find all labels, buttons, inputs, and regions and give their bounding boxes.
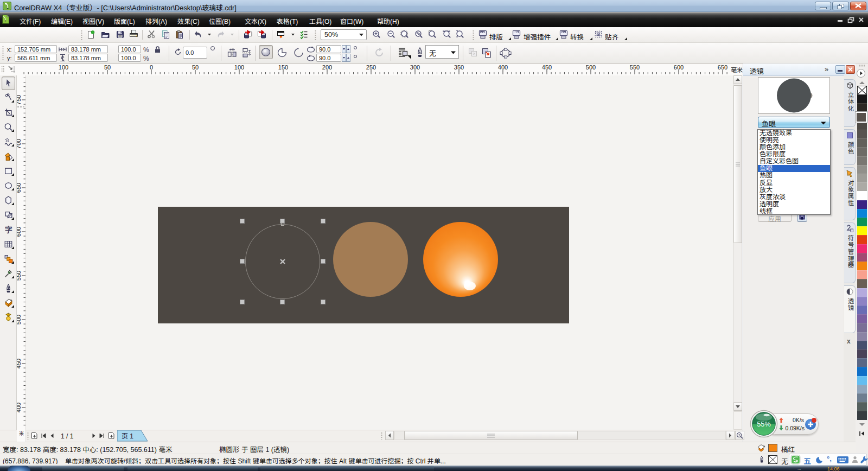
svg-text:450: 450 (542, 64, 552, 71)
svg-text:350: 350 (454, 64, 464, 71)
svg-text:0: 0 (150, 64, 153, 71)
svg-text:450: 450 (17, 359, 22, 368)
svg-text:600: 600 (674, 64, 684, 71)
svg-text:600: 600 (17, 227, 22, 237)
svg-text:400: 400 (498, 64, 508, 71)
svg-text:200: 200 (322, 64, 332, 71)
svg-text:500: 500 (17, 315, 22, 324)
svg-text:250: 250 (366, 64, 376, 71)
svg-text:字: 字 (5, 225, 12, 234)
svg-text:750: 750 (17, 95, 22, 105)
svg-text:650: 650 (17, 183, 22, 193)
svg-text:100: 100 (234, 64, 244, 71)
svg-text:150: 150 (278, 64, 288, 71)
svg-text:500: 500 (586, 64, 596, 71)
svg-text:50: 50 (104, 64, 111, 71)
svg-text:55%: 55% (757, 420, 771, 428)
svg-text:700: 700 (17, 139, 22, 149)
svg-text:300: 300 (410, 64, 420, 71)
svg-text:400: 400 (17, 403, 22, 412)
svg-text:550: 550 (17, 271, 22, 281)
svg-text:550: 550 (630, 64, 640, 71)
svg-text:650: 650 (718, 64, 727, 71)
svg-text:页 1: 页 1 (122, 431, 133, 440)
svg-text:50: 50 (192, 64, 199, 71)
svg-text:100: 100 (59, 64, 68, 71)
